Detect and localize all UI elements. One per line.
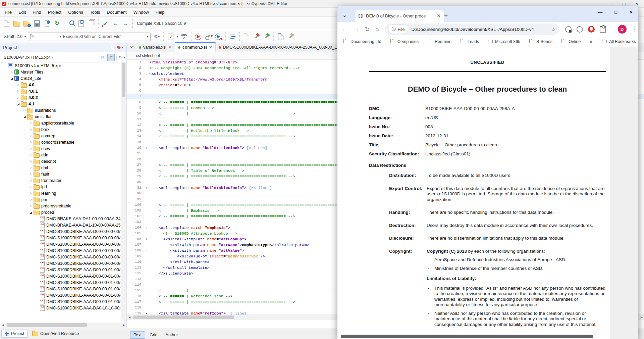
tree-item-dmc-s1000dbike-aaa-d00-00-00-00aa-121a-[interactable]: <•>DMC-S1000DBIKE-AAA-D00-00-00-00AA-121…: [1, 228, 120, 235]
tree-item-xmls-flat[interactable]: ◢xmls_flat: [1, 113, 120, 120]
tree-item-s1000d-v4-x-html5-xpr[interactable]: S1000D-v4.x-HTML5.xpr: [1, 62, 120, 69]
collapse-all-icon[interactable]: ⊟: [99, 54, 106, 61]
mode-tab-grid[interactable]: Grid: [146, 331, 161, 339]
expand-arrow-icon[interactable]: ▷: [29, 192, 34, 195]
tab-search-chevron-icon[interactable]: ⌄: [342, 13, 347, 18]
xpath-settings-gear-icon[interactable]: ⚙▾: [153, 33, 161, 41]
expand-arrow-icon[interactable]: ▷: [29, 147, 34, 150]
apply-transformation-icon[interactable]: [194, 33, 202, 41]
tree-item-brex[interactable]: ▷brex: [1, 126, 120, 133]
bookmark-docuneering-ltd[interactable]: Docuneering Ltd: [343, 39, 381, 44]
tree-item-master-files[interactable]: ▷Master Files: [1, 69, 120, 75]
back-icon[interactable]: ←: [111, 19, 119, 28]
menu-help[interactable]: Help: [152, 8, 168, 16]
expand-arrow-icon[interactable]: ▷: [29, 185, 34, 188]
tree-item-dmc-s1000dbike-aaa-d00-00-00-00aa-330a-[interactable]: <•>DMC-S1000DBIKE-AAA-D00-00-00-00AA-330…: [1, 254, 120, 260]
xpath-version-label[interactable]: XPath 2.0: [3, 34, 22, 39]
menu-project[interactable]: Project: [45, 8, 65, 16]
collapse-arrow-icon[interactable]: ◢: [29, 211, 34, 214]
scroll-right-icon[interactable]: ▶: [639, 316, 644, 319]
menu-document[interactable]: Document: [103, 8, 130, 16]
tree-item-dmc-s1000dbike-aaa-d00-00-01-00aa-341a-[interactable]: <•>DMC-S1000DBIKE-AAA-D00-00-01-00AA-341…: [1, 273, 120, 279]
find-replace-in-files-icon[interactable]: [77, 19, 85, 28]
expand-arrow-icon[interactable]: ▷: [29, 141, 34, 144]
expand-arrow-icon[interactable]: ▷: [29, 198, 34, 201]
tree-item-dmc-s1000dbike-aaa-d00-00-01-00aa-93aa-[interactable]: <•>DMC-S1000DBIKE-AAA-D00-00-01-00AA-93A…: [1, 267, 120, 273]
format-indent-icon[interactable]: [228, 33, 236, 41]
tree-item-fault[interactable]: ▷fault: [1, 171, 120, 177]
tree-item-crew[interactable]: ▷crew: [1, 145, 120, 152]
expand-arrow-icon[interactable]: ▷: [9, 70, 14, 74]
project-selector-caret-icon[interactable]: ▾: [52, 56, 53, 59]
project-selector[interactable]: S1000D-v4.x-HTML5.xpr: [4, 55, 50, 60]
status-tab-open-find-resource[interactable]: Open/Find Resource: [29, 330, 82, 338]
chrome-maximize-button[interactable]: □: [614, 10, 617, 15]
browser-tab[interactable]: DEMO of Bicycle - Other proce ✕: [355, 10, 444, 22]
collapse-arrow-icon[interactable]: ◢: [9, 77, 14, 80]
oxygen-close-button[interactable]: ×: [635, 1, 638, 6]
tree-item-dmc-s1000dbike-aaa-d00-00-01-00aa-720a-[interactable]: <•>DMC-S1000DBIKE-AAA-D00-00-01-00AA-720…: [1, 286, 120, 292]
editor-tab-common-xsl[interactable]: common.xsl✕: [175, 42, 216, 52]
xpath-version-caret-icon[interactable]: ▾: [24, 35, 26, 38]
reload-icon[interactable]: ↻: [53, 19, 61, 28]
tree-item-ddn[interactable]: ▷ddn: [1, 152, 120, 158]
menu-edit[interactable]: Edit: [15, 8, 29, 16]
extension-icon[interactable]: [575, 25, 584, 34]
tree-item-learning[interactable]: ▷learning: [1, 190, 120, 196]
debug-transformation-icon[interactable]: [214, 33, 222, 41]
bookmarks-overflow-icon[interactable]: »: [590, 39, 592, 44]
fold-toggle-icon[interactable]: ▶: [144, 145, 149, 151]
open-file-icon[interactable]: [13, 19, 21, 28]
tree-item-4-1[interactable]: ◢4.1: [1, 101, 120, 107]
menu-window[interactable]: Window: [130, 8, 152, 16]
scroll-left-icon[interactable]: ◀: [1, 324, 5, 327]
tree-item-dmc-s1000dbike-aaa-d00-00-01-00ab-720a-[interactable]: <•>DMC-S1000DBIKE-AAA-D00-00-01-00AB-720…: [1, 298, 120, 305]
forward-icon[interactable]: →: [354, 26, 359, 33]
adblock-extension-icon[interactable]: [588, 26, 595, 33]
project-settings-gear-icon[interactable]: ⚙▾: [118, 54, 125, 61]
bookmark-redmine[interactable]: Redmine: [428, 39, 451, 44]
expand-arrow-icon[interactable]: ▷: [29, 128, 34, 131]
chrome-minimize-button[interactable]: —: [598, 10, 602, 15]
menu-options[interactable]: Options: [65, 8, 87, 16]
expand-arrow-icon[interactable]: ▷: [29, 173, 34, 176]
new-tab-icon[interactable]: +: [444, 12, 448, 19]
scrolled-tab-close-icon[interactable]: ✕: [127, 45, 136, 50]
expand-arrow-icon[interactable]: ▷: [16, 83, 21, 86]
expand-arrow-icon[interactable]: ▷: [22, 109, 27, 112]
password-manager-extension-icon[interactable]: [565, 26, 572, 33]
extensions-puzzle-icon[interactable]: [600, 26, 606, 33]
edit-scenario-icon[interactable]: [277, 33, 285, 41]
tree-item-frontmatter[interactable]: ▷frontmatter: [1, 177, 120, 184]
collapse-arrow-icon[interactable]: ◢: [22, 115, 27, 118]
scrollbar-thumb[interactable]: [341, 335, 593, 338]
tree-item-illustrations[interactable]: ▷illustrations: [1, 107, 120, 113]
bookmark-s-series[interactable]: S-Series: [529, 39, 552, 44]
fold-toggle-icon[interactable]: ▽: [144, 248, 149, 253]
fold-toggle-icon[interactable]: ▶: [144, 185, 149, 191]
menu-find[interactable]: Find: [29, 8, 44, 16]
fold-toggle-icon[interactable]: ▽: [144, 236, 149, 242]
bookmark-online[interactable]: Online: [561, 39, 581, 44]
tree-item-pm[interactable]: ▷pm: [1, 196, 120, 203]
tree-item-dmc-s1000dbike-aaa-d00-00-00-00aa-151a-[interactable]: <•>DMC-S1000DBIKE-AAA-D00-00-00-00AA-151…: [1, 235, 120, 241]
tree-item-4-0-1[interactable]: ▷4.0.1: [1, 88, 120, 94]
new-file-icon[interactable]: [3, 19, 11, 28]
spell-check-icon[interactable]: ABC✓: [180, 33, 188, 41]
tree-item-csdb-lite[interactable]: ◢CSDB_Lite: [1, 75, 120, 82]
tree-item-descript[interactable]: ▷descript: [1, 158, 120, 164]
last-modification-icon[interactable]: ↙: [101, 19, 109, 28]
tree-item-prdcrossreftable[interactable]: ▷prdcrossreftable: [1, 203, 120, 209]
expand-arrow-icon[interactable]: ▷: [29, 179, 34, 182]
collapse-arrow-icon[interactable]: ◢: [16, 102, 21, 106]
fold-toggle-icon[interactable]: ▶: [144, 310, 149, 314]
float-panel-icon[interactable]: [111, 46, 114, 49]
save-to-url-icon[interactable]: [43, 19, 51, 28]
tree-item-dmc-brake-aaa-da1-00-00-00aa-341a-a-00[interactable]: <•>DMC-BRAKE-AAA-DA1-00-00-00AA-341A-A_0…: [1, 215, 120, 222]
tree-item-applicrossreftable[interactable]: ▷applicrossreftable: [1, 120, 120, 126]
tree-item-dmc-s1000dbike-aaa-d00-00-01-00aa-933a-[interactable]: <•>DMC-S1000DBIKE-AAA-D00-00-01-00AA-933…: [1, 292, 120, 298]
search-icon[interactable]: [67, 19, 75, 28]
configure-transformation-icon[interactable]: [204, 33, 212, 41]
save-icon[interactable]: [33, 19, 41, 28]
reload-icon[interactable]: ↻: [365, 26, 370, 33]
